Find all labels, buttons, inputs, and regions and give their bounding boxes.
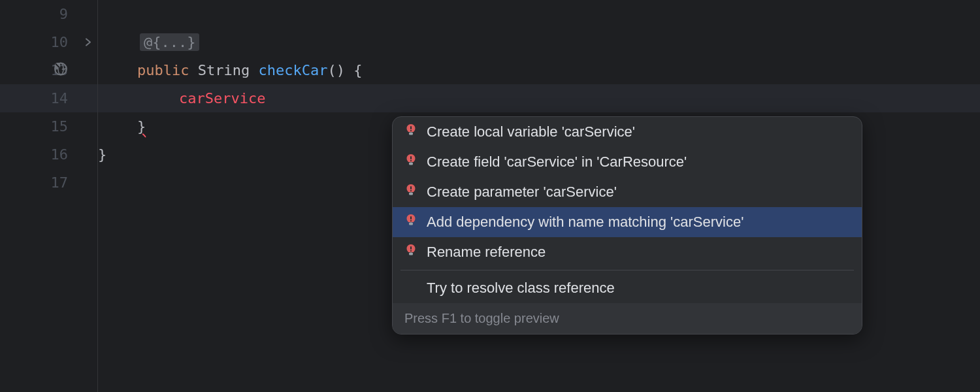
- error-bulb-icon: [404, 154, 417, 171]
- brace: {: [345, 62, 363, 78]
- svg-point-17: [410, 190, 412, 191]
- code-editor: 9 10 13 14: [0, 0, 980, 392]
- gutter-row: 16: [0, 140, 97, 169]
- quick-fix-item-create-local[interactable]: Create local variable 'carService': [393, 117, 862, 147]
- error-bulb-icon: [404, 244, 417, 261]
- quick-fix-label: Add dependency with name matching 'carSe…: [427, 214, 743, 231]
- code-line[interactable]: public String checkCar() {: [98, 56, 980, 84]
- error-bulb-icon: [404, 214, 417, 231]
- code-line-current[interactable]: carService: [98, 84, 980, 112]
- gutter-row: 17: [0, 169, 97, 197]
- gutter-row: 13: [0, 56, 97, 84]
- gutter-row: 15: [0, 112, 97, 140]
- quick-fix-popup: Create local variable 'carService' Creat…: [392, 116, 862, 335]
- svg-rect-15: [409, 193, 413, 195]
- keyword: public: [137, 62, 189, 78]
- svg-rect-13: [410, 156, 412, 159]
- method-name: checkCar: [258, 62, 327, 78]
- line-number: 14: [35, 90, 68, 106]
- error-bulb-icon: [404, 184, 417, 201]
- svg-rect-12: [409, 163, 413, 165]
- quick-fix-item-rename[interactable]: Rename reference: [393, 237, 862, 267]
- line-number: 17: [35, 174, 68, 191]
- svg-rect-22: [410, 246, 412, 250]
- svg-point-14: [410, 160, 412, 161]
- quick-fix-label: Create field 'carService' in 'CarResourc…: [427, 154, 687, 171]
- gutter-row[interactable]: 10: [0, 28, 97, 56]
- line-number: 16: [35, 146, 68, 163]
- quick-fix-label: Rename reference: [427, 244, 546, 261]
- icon-placeholder: [404, 282, 417, 295]
- gutter: 9 10 13 14: [0, 0, 98, 392]
- quick-fix-item-resolve-class[interactable]: Try to resolve class reference: [393, 273, 862, 303]
- line-number: 10: [35, 34, 68, 50]
- code-line[interactable]: [98, 0, 980, 28]
- brace: }: [98, 146, 106, 163]
- quick-fix-label: Try to resolve class reference: [427, 280, 615, 297]
- popup-hint: Press F1 to toggle preview: [393, 303, 862, 334]
- svg-rect-16: [410, 186, 412, 189]
- quick-fix-item-add-dependency[interactable]: Add dependency with name matching 'carSe…: [393, 207, 862, 237]
- quick-fix-item-create-param[interactable]: Create parameter 'carService': [393, 177, 862, 207]
- type: String: [198, 62, 250, 78]
- line-number: 15: [35, 118, 68, 135]
- globe-override-icon[interactable]: [54, 61, 68, 79]
- svg-rect-18: [409, 223, 413, 225]
- svg-rect-10: [410, 126, 412, 129]
- svg-rect-21: [409, 253, 413, 255]
- quick-fix-item-create-field[interactable]: Create field 'carService' in 'CarResourc…: [393, 147, 862, 177]
- brace: }: [137, 118, 146, 135]
- svg-point-20: [410, 220, 412, 221]
- gutter-row: 9: [0, 0, 97, 28]
- separator: [400, 270, 854, 270]
- quick-fix-label: Create parameter 'carService': [427, 184, 617, 201]
- svg-rect-19: [410, 216, 412, 220]
- parens: (): [327, 62, 345, 78]
- svg-point-23: [410, 250, 412, 252]
- unresolved-reference[interactable]: carService: [179, 90, 265, 106]
- code-area[interactable]: @{...} public String checkCar() { carSer…: [98, 0, 980, 392]
- svg-rect-9: [409, 133, 413, 135]
- quick-fix-label: Create local variable 'carService': [427, 123, 635, 140]
- code-line[interactable]: @{...}: [98, 28, 980, 56]
- folded-region[interactable]: @{...}: [140, 33, 199, 51]
- svg-point-11: [410, 130, 412, 131]
- fold-expand-icon[interactable]: [83, 34, 93, 50]
- line-number: 9: [35, 6, 68, 22]
- error-bulb-icon: [404, 123, 417, 140]
- gutter-row: 14: [0, 84, 97, 112]
